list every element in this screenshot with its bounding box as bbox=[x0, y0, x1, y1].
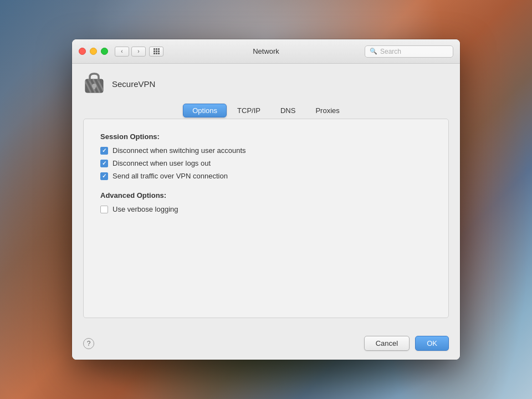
forward-button[interactable]: › bbox=[131, 47, 146, 57]
minimize-button[interactable] bbox=[90, 48, 97, 55]
grid-view-button[interactable] bbox=[149, 47, 163, 57]
checkmark-icon: ✓ bbox=[102, 161, 106, 166]
checkbox-row-disconnect-logout: ✓ Disconnect when user logs out bbox=[100, 159, 432, 167]
checkbox-verbose-logging[interactable] bbox=[100, 206, 108, 213]
session-options-title: Session Options: bbox=[100, 132, 432, 141]
titlebar: ‹ › Network 🔍 Search bbox=[72, 39, 460, 64]
checkbox-disconnect-logout[interactable]: ✓ bbox=[100, 160, 108, 167]
tab-proxies[interactable]: Proxies bbox=[306, 104, 349, 117]
nav-buttons: ‹ › bbox=[115, 47, 146, 57]
advanced-options-title: Advanced Options: bbox=[100, 191, 432, 200]
close-button[interactable] bbox=[79, 48, 86, 55]
search-placeholder-text: Search bbox=[380, 48, 401, 55]
checkbox-row-send-traffic: ✓ Send all traffic over VPN connection bbox=[100, 172, 432, 180]
checkbox-disconnect-accounts[interactable]: ✓ bbox=[100, 147, 108, 155]
network-preferences-window: ‹ › Network 🔍 Search bbox=[72, 39, 460, 360]
window-title: Network bbox=[253, 47, 279, 55]
checkbox-row-disconnect-accounts: ✓ Disconnect when switching user account… bbox=[100, 146, 432, 155]
tab-options[interactable]: Options bbox=[183, 104, 227, 117]
tab-tcpip[interactable]: TCP/IP bbox=[228, 104, 270, 117]
tab-dns[interactable]: DNS bbox=[271, 104, 305, 117]
svg-rect-8 bbox=[93, 86, 95, 89]
traffic-lights bbox=[79, 48, 108, 55]
tabs-container: Options TCP/IP DNS Proxies bbox=[83, 104, 449, 117]
help-button[interactable]: ? bbox=[83, 338, 94, 349]
search-box[interactable]: 🔍 Search bbox=[365, 45, 453, 58]
vpn-header: SecureVPN bbox=[83, 73, 449, 95]
checkmark-icon: ✓ bbox=[102, 173, 106, 179]
vpn-name: SecureVPN bbox=[112, 79, 155, 89]
help-icon: ? bbox=[87, 340, 91, 347]
forward-icon: › bbox=[137, 48, 139, 54]
window-content: SecureVPN Options TCP/IP DNS Proxies Ses… bbox=[72, 64, 460, 329]
ok-button[interactable]: OK bbox=[415, 336, 449, 351]
checkmark-icon: ✓ bbox=[102, 148, 106, 154]
checkbox-label-verbose-logging: Use verbose logging bbox=[112, 205, 178, 213]
checkbox-label-disconnect-logout: Disconnect when user logs out bbox=[112, 159, 211, 167]
checkbox-label-send-traffic: Send all traffic over VPN connection bbox=[112, 172, 228, 180]
grid-icon bbox=[154, 48, 160, 54]
advanced-options-section: Advanced Options: Use verbose logging bbox=[100, 191, 432, 213]
search-icon: 🔍 bbox=[370, 48, 377, 55]
options-panel: Session Options: ✓ Disconnect when switc… bbox=[83, 119, 449, 318]
window-footer: ? Cancel OK bbox=[72, 329, 460, 360]
checkbox-label-disconnect-accounts: Disconnect when switching user accounts bbox=[112, 146, 246, 155]
checkbox-row-verbose-logging: Use verbose logging bbox=[100, 205, 432, 213]
vpn-icon bbox=[83, 73, 105, 95]
session-options-section: Session Options: ✓ Disconnect when switc… bbox=[100, 132, 432, 180]
checkbox-send-traffic[interactable]: ✓ bbox=[100, 172, 108, 180]
footer-buttons: Cancel OK bbox=[364, 336, 449, 351]
maximize-button[interactable] bbox=[101, 48, 108, 55]
back-button[interactable]: ‹ bbox=[115, 47, 129, 57]
back-icon: ‹ bbox=[121, 48, 122, 54]
cancel-button[interactable]: Cancel bbox=[364, 336, 410, 351]
